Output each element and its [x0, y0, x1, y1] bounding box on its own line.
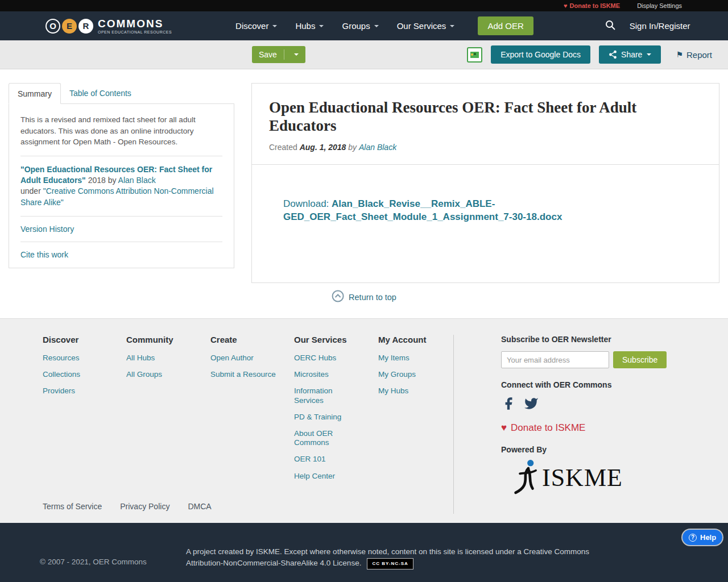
- classroom-icon-inner: [470, 52, 479, 58]
- nav-item-discover[interactable]: Discover: [235, 21, 277, 31]
- citation-author-link[interactable]: Alan Black: [118, 176, 156, 185]
- footer-heading: Discover: [43, 335, 117, 344]
- created-line: Created Aug. 1, 2018 by Alan Black: [269, 143, 702, 152]
- save-button[interactable]: Save: [252, 46, 305, 63]
- citation-block: "Open Eduactional Resources OER: Fact Sh…: [20, 164, 222, 208]
- nav-item-groups[interactable]: Groups: [342, 21, 378, 31]
- divider: [20, 156, 222, 156]
- footer-link-my-items[interactable]: My Items: [378, 354, 446, 363]
- flag-icon: ⚑: [676, 50, 683, 59]
- download-section: Download: Alan_Black_Revise__Remix_ABLE-…: [252, 164, 719, 224]
- citation-under: under: [20, 186, 41, 196]
- resource-sidebar: Summary Table of Contents This is a revi…: [9, 83, 234, 268]
- footer-link-open-author[interactable]: Open Author: [210, 354, 282, 363]
- save-label: Save: [259, 50, 277, 59]
- privacy-policy-link[interactable]: Privacy Policy: [120, 502, 169, 511]
- cite-this-work-link[interactable]: Cite this work: [20, 250, 222, 259]
- chevron-down-icon: [647, 53, 651, 56]
- legal-links-row: Terms of Service Privacy Policy DMCA: [43, 502, 212, 511]
- tab-table-of-contents[interactable]: Table of Contents: [61, 83, 140, 103]
- google-classroom-icon[interactable]: [467, 47, 482, 63]
- footer-column-community: Community All Hubs All Groups: [126, 335, 200, 386]
- footer-column-create: Create Open Author Submit a Resource: [210, 335, 282, 386]
- nav-item-hubs[interactable]: Hubs: [295, 21, 324, 31]
- search-icon: [605, 19, 616, 32]
- divider: [20, 242, 222, 242]
- citation-year: 2018 by: [88, 176, 117, 185]
- newsletter-heading: Subscribe to OER Newsletter: [501, 335, 700, 344]
- footer-link-my-hubs[interactable]: My Hubs: [378, 386, 446, 396]
- connect-heading: Connect with OER Commons: [501, 380, 700, 389]
- cc-license-badge[interactable]: CC BY-NC-SA: [367, 558, 413, 569]
- citation-title-link[interactable]: "Open Eduactional Resources OER: Fact Sh…: [20, 165, 212, 185]
- button-divider: [284, 49, 284, 60]
- version-history-link[interactable]: Version History: [20, 225, 222, 234]
- license-text: A project created by ISKME. Except where…: [186, 546, 604, 569]
- footer-link-information-services[interactable]: Information Services: [294, 386, 357, 405]
- iskme-figure-icon: [512, 458, 544, 497]
- footer-link-pd-training[interactable]: PD & Training: [294, 413, 357, 422]
- footer-link-resources[interactable]: Resources: [43, 354, 117, 363]
- export-google-docs-button[interactable]: Export to Google Docs: [491, 45, 590, 64]
- report-link[interactable]: ⚑Report: [676, 50, 712, 60]
- nav-item-our-services[interactable]: Our Services: [397, 21, 455, 31]
- citation-license-link[interactable]: "Creative Commons Attribution Non-Commer…: [20, 186, 214, 206]
- summary-text: This is a revised and remixed fact sheet…: [20, 114, 222, 148]
- footer-link-submit-resource[interactable]: Submit a Resource: [210, 370, 282, 379]
- content-area: Summary Table of Contents This is a revi…: [0, 69, 728, 318]
- newsletter-email-input[interactable]: [501, 351, 609, 368]
- subscribe-button[interactable]: Subscribe: [613, 351, 667, 368]
- add-oer-button[interactable]: Add OER: [478, 16, 533, 35]
- logo-subtitle: OPEN EDUCATIONAL RESOURCES: [98, 30, 172, 34]
- tab-summary[interactable]: Summary: [9, 83, 61, 104]
- footer-link-help-center[interactable]: Help Center: [294, 472, 357, 481]
- footer-link-my-groups[interactable]: My Groups: [378, 370, 446, 379]
- share-button[interactable]: Share: [599, 45, 661, 64]
- logo-letter-r: R: [78, 19, 93, 34]
- dmca-link[interactable]: DMCA: [188, 502, 211, 511]
- utility-bar: ♥Donate to ISKME Display Settings: [0, 0, 728, 11]
- help-button[interactable]: ? Help: [682, 530, 722, 545]
- donate-iskme-link[interactable]: ♥Donate to ISKME: [564, 2, 620, 9]
- donate-iskme-footer-link[interactable]: ♥Donate to ISKME: [501, 422, 700, 434]
- chevron-down-icon: [374, 25, 379, 27]
- share-label: Share: [621, 50, 642, 59]
- twitter-icon[interactable]: [523, 396, 540, 411]
- created-label: Created: [269, 143, 297, 152]
- footer-link-all-groups[interactable]: All Groups: [126, 370, 200, 379]
- footer-heading: Community: [126, 335, 200, 344]
- iskme-logo[interactable]: ISKME: [512, 458, 700, 497]
- logo-title: COMMONS: [98, 18, 172, 29]
- footer-link-about-oer-commons[interactable]: About OER Commons: [294, 429, 357, 447]
- chevron-down-icon: [450, 25, 454, 27]
- nav-item-label: Our Services: [397, 21, 446, 31]
- oer-commons-logo[interactable]: O E R COMMONS OPEN EDUCATIONAL RESOURCES: [46, 18, 172, 34]
- footer-heading: Our Services: [294, 335, 357, 344]
- footer-link-providers[interactable]: Providers: [43, 386, 117, 396]
- footer-link-microsites[interactable]: Microsites: [294, 370, 357, 379]
- iskme-logo-text: ISKME: [542, 463, 623, 492]
- terms-of-service-link[interactable]: Terms of Service: [43, 502, 102, 511]
- sign-in-register-link[interactable]: Sign In/Register: [630, 21, 690, 31]
- return-to-top-button[interactable]: Return to top: [332, 290, 396, 304]
- footer-heading: My Account: [378, 335, 446, 344]
- report-label: Report: [686, 50, 712, 60]
- question-icon: ?: [689, 534, 697, 542]
- divider: [20, 216, 222, 217]
- nav-item-label: Hubs: [295, 21, 315, 31]
- help-label: Help: [700, 533, 716, 542]
- footer-link-collections[interactable]: Collections: [43, 370, 117, 379]
- footer-link-all-hubs[interactable]: All Hubs: [126, 354, 200, 363]
- author-link[interactable]: Alan Black: [359, 143, 396, 152]
- chevron-down-icon: [294, 53, 299, 56]
- display-settings-link[interactable]: Display Settings: [637, 2, 682, 9]
- sidebar-tabs: Summary Table of Contents: [9, 83, 234, 103]
- nav-item-label: Discover: [235, 21, 268, 31]
- footer-right-column: Subscribe to OER Newsletter Subscribe Co…: [501, 335, 700, 497]
- footer-link-oer-101[interactable]: OER 101: [294, 455, 357, 464]
- search-button[interactable]: [605, 19, 616, 32]
- arrow-up-circle-icon: [332, 290, 344, 304]
- logo-letter-e: E: [62, 19, 77, 34]
- footer-link-oerc-hubs[interactable]: OERC Hubs: [294, 354, 357, 363]
- facebook-icon[interactable]: [501, 396, 516, 411]
